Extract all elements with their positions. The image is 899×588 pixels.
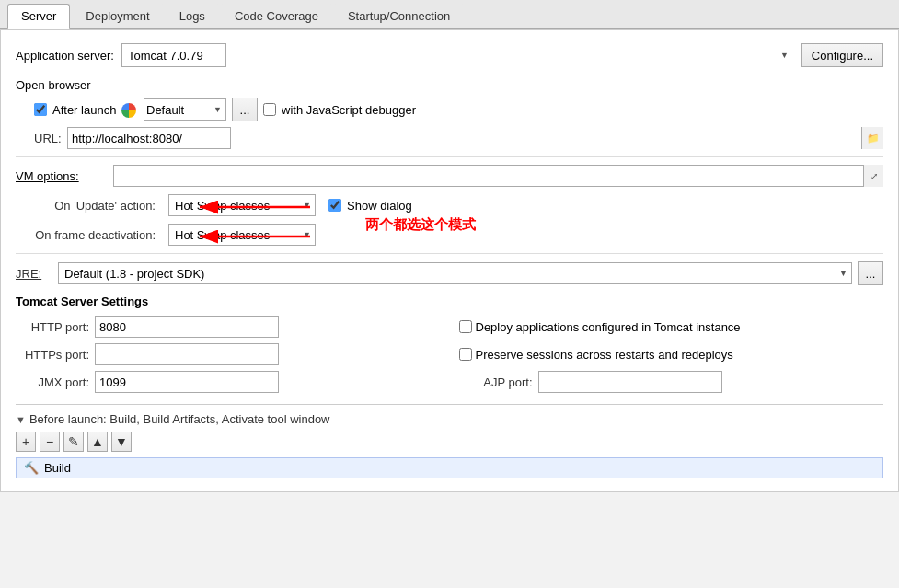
jre-label: JRE: <box>16 267 52 281</box>
vm-options-input[interactable] <box>113 165 883 187</box>
vm-expand-button[interactable]: ⤢ <box>863 165 883 187</box>
ajp-port-label: AJP port: <box>459 375 533 389</box>
update-action-label: On 'Update' action: <box>16 199 163 213</box>
url-input[interactable] <box>67 127 231 149</box>
after-launch-row: After launch Default ... with JavaScript… <box>34 98 883 121</box>
jre-select-wrapper: Default (1.8 - project SDK) <box>58 262 852 284</box>
before-launch-chevron[interactable]: ▼ <box>16 414 26 425</box>
preserve-sessions-label: Preserve sessions across restarts and re… <box>459 348 733 362</box>
preserve-sessions-row: Preserve sessions across restarts and re… <box>459 343 884 365</box>
app-server-label: Application server: <box>16 49 114 63</box>
url-browse-button[interactable]: 📁 <box>861 127 883 149</box>
configure-button[interactable]: Configure... <box>801 43 883 67</box>
vm-options-row: VM options: ⤢ <box>16 165 883 187</box>
url-row: URL: 📁 <box>34 127 883 149</box>
update-action-dropdown-wrapper: Hot Swap classes Restart server Redeploy… <box>168 194 316 216</box>
main-content: Application server: Tomcat 7.0.79 Config… <box>0 29 899 492</box>
app-server-row: Application server: Tomcat 7.0.79 Config… <box>16 43 883 67</box>
js-debugger-checkbox[interactable] <box>263 103 276 116</box>
after-launch-label: After launch <box>52 103 116 117</box>
show-dialog-label: Show dialog <box>347 199 412 213</box>
tomcat-header: Tomcat Server Settings <box>16 294 883 308</box>
url-input-wrapper: 📁 <box>67 127 883 149</box>
tab-server[interactable]: Server <box>7 4 70 29</box>
js-debugger-label: with JavaScript debugger <box>282 103 416 117</box>
browser-browse-button[interactable]: ... <box>232 98 258 121</box>
jre-row: JRE: Default (1.8 - project SDK) ... <box>16 261 883 285</box>
edit-button[interactable]: ✎ <box>63 432 84 452</box>
folder-icon: 📁 <box>867 133 880 144</box>
app-server-select[interactable]: Tomcat 7.0.79 <box>121 43 226 67</box>
open-browser-header: Open browser <box>16 78 883 92</box>
https-port-label: HTTPs port: <box>16 348 89 362</box>
tab-code-coverage[interactable]: Code Coverage <box>221 4 332 28</box>
before-launch-label: Before launch: Build, Build Artifacts, A… <box>29 412 330 426</box>
preserve-sessions-checkbox[interactable] <box>459 348 472 361</box>
deploy-apps-row: Deploy applications configured in Tomcat… <box>459 316 884 338</box>
jmx-port-row: JMX port: <box>16 371 441 393</box>
add-button[interactable]: + <box>16 432 36 452</box>
port-grid: HTTP port: Deploy applications configure… <box>16 316 883 393</box>
frame-deactivation-label: On frame deactivation: <box>16 228 163 242</box>
after-launch-checkbox[interactable] <box>34 103 47 116</box>
update-action-select[interactable]: Hot Swap classes Restart server Redeploy… <box>168 194 316 216</box>
jre-browse-button[interactable]: ... <box>858 261 883 285</box>
open-browser-section: Open browser After launch Default ... wi… <box>16 78 883 149</box>
tab-logs[interactable]: Logs <box>166 4 219 28</box>
ajp-port-row: AJP port: <box>459 371 884 393</box>
before-launch-toolbar: + − ✎ ▲ ▼ <box>16 432 883 452</box>
show-dialog-checkbox[interactable] <box>328 199 341 212</box>
build-list-item[interactable]: 🔨 Build <box>16 457 883 478</box>
before-launch-header: ▼ Before launch: Build, Build Artifacts,… <box>16 412 883 426</box>
tomcat-section: Tomcat Server Settings HTTP port: Deploy… <box>16 294 883 393</box>
frame-deactivation-select[interactable]: Hot Swap classes Restart server Redeploy… <box>168 224 316 246</box>
expand-icon: ⤢ <box>870 171 878 181</box>
before-launch-section: ▼ Before launch: Build, Build Artifacts,… <box>16 404 883 478</box>
https-port-row: HTTPs port: <box>16 343 441 365</box>
vm-input-wrapper: ⤢ <box>113 165 883 187</box>
build-icon: 🔨 <box>24 461 39 475</box>
tabs-bar: Server Deployment Logs Code Coverage Sta… <box>0 0 899 29</box>
frame-deactivation-row: On frame deactivation: Hot Swap classes … <box>16 224 883 246</box>
https-port-input[interactable] <box>95 343 279 365</box>
vm-options-label: VM options: <box>16 169 108 183</box>
http-port-input[interactable] <box>95 316 279 338</box>
url-label: URL: <box>34 132 62 145</box>
frame-deactivation-dropdown-wrapper: Hot Swap classes Restart server Redeploy… <box>168 224 316 246</box>
move-up-button[interactable]: ▲ <box>87 432 108 452</box>
deploy-apps-checkbox[interactable] <box>459 320 472 333</box>
chrome-icon <box>121 103 136 118</box>
actions-block: On 'Update' action: Hot Swap classes Res… <box>16 194 883 246</box>
tab-deployment[interactable]: Deployment <box>72 4 163 28</box>
tab-startup-connection[interactable]: Startup/Connection <box>334 4 464 28</box>
ajp-port-input[interactable] <box>538 371 722 393</box>
http-port-row: HTTP port: <box>16 316 441 338</box>
browser-select-wrapper: Default <box>121 98 226 121</box>
browser-select[interactable]: Default <box>144 98 226 121</box>
deploy-apps-label: Deploy applications configured in Tomcat… <box>459 320 741 334</box>
build-item-label: Build <box>44 461 71 475</box>
http-port-label: HTTP port: <box>16 320 89 334</box>
jmx-port-label: JMX port: <box>16 375 89 389</box>
remove-button[interactable]: − <box>40 432 60 452</box>
move-down-button[interactable]: ▼ <box>111 432 132 452</box>
jre-select[interactable]: Default (1.8 - project SDK) <box>58 262 852 284</box>
jmx-port-input[interactable] <box>95 371 279 393</box>
update-action-row: On 'Update' action: Hot Swap classes Res… <box>16 194 883 216</box>
